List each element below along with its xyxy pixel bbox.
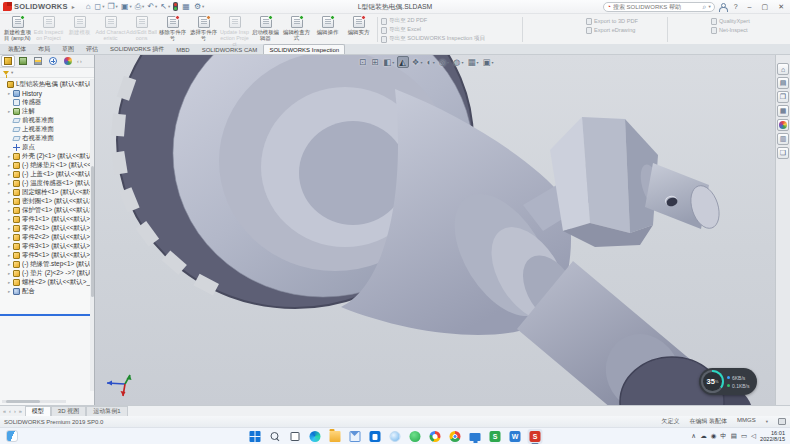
taskbar-app-button[interactable] bbox=[448, 429, 463, 444]
tree-item[interactable]: 原点 bbox=[0, 143, 94, 152]
tree-item[interactable]: ▸ (-) 上盖<1> (默认<<默认>_显示状 bbox=[0, 170, 94, 179]
taskbar-app-button[interactable] bbox=[468, 429, 483, 444]
tree-item[interactable]: ▸ 零件2<2> (默认<<默认>_显示状 bbox=[0, 233, 94, 242]
taskbar-app-button[interactable] bbox=[288, 429, 303, 444]
headsup-button[interactable]: ▦▾ bbox=[467, 56, 480, 68]
taskbar-app-button[interactable] bbox=[268, 429, 283, 444]
tree-item[interactable]: ▸ (-) 垫片 (2)<2> ->? (默认<<默认 bbox=[0, 269, 94, 278]
quick-access-button[interactable]: ↶▾ bbox=[146, 1, 158, 13]
taskbar-app-button[interactable] bbox=[308, 429, 323, 444]
task-pane-tab[interactable]: ▥ bbox=[777, 133, 789, 145]
widgets-button[interactable] bbox=[6, 430, 18, 442]
ribbon-button[interactable]: Add/Edit Balloons bbox=[126, 15, 157, 44]
tree-item[interactable]: ▸ History bbox=[0, 89, 94, 98]
tray-icon[interactable]: ∧ bbox=[691, 432, 696, 440]
document-tab[interactable]: 模型 bbox=[25, 406, 51, 416]
ribbon-button[interactable]: 启动模板编辑器 bbox=[250, 15, 281, 44]
headsup-button[interactable]: ❖▾ bbox=[411, 56, 424, 68]
ribbon-button[interactable]: 移除零件序号 bbox=[157, 15, 188, 44]
ribbon-button[interactable]: 选择零件序号 bbox=[188, 15, 219, 44]
tree-split-bar[interactable] bbox=[0, 314, 94, 316]
tree-item[interactable]: L型铠装热电偶 (默认<默认_显示状态-1 bbox=[0, 80, 94, 89]
taskbar-app-button[interactable] bbox=[388, 429, 403, 444]
tree-item[interactable]: 右视基准面 bbox=[0, 134, 94, 143]
taskbar-app-button[interactable] bbox=[328, 429, 343, 444]
tree-item[interactable]: ▸ 零件1<1> (默认<<默认>_显示状态 bbox=[0, 215, 94, 224]
ribbon-tab[interactable]: SOLIDWORKS Inspection bbox=[263, 44, 345, 54]
ribbon-button[interactable]: 新建检查项目 (amp;N) bbox=[2, 15, 33, 44]
close-button[interactable]: ✕ bbox=[775, 3, 787, 11]
headsup-button[interactable]: ⊞ bbox=[370, 56, 380, 68]
taskbar-app-button[interactable] bbox=[248, 429, 263, 444]
tree-item[interactable]: ▸ 固定螺栓<1> (默认<<默认>_显示 bbox=[0, 188, 94, 197]
tree-item[interactable]: 传感器 bbox=[0, 98, 94, 107]
tree-item[interactable]: ▸ (-) 绝缘垫片<1> (默认<<默认>_显 bbox=[0, 161, 94, 170]
headsup-button[interactable]: ◎▾ bbox=[438, 56, 450, 68]
taskbar-app-button[interactable] bbox=[408, 429, 423, 444]
ribbon-tab[interactable]: 草图 bbox=[56, 44, 80, 54]
tree-horizontal-scrollbar[interactable] bbox=[2, 400, 66, 403]
search-icon[interactable]: ⌕ bbox=[703, 3, 707, 11]
task-pane-tab[interactable]: ❐ bbox=[777, 91, 789, 103]
login-icon[interactable] bbox=[719, 2, 727, 11]
export-button[interactable]: 导出至 2D PDF bbox=[381, 17, 519, 25]
restore-button[interactable]: ▢ bbox=[759, 3, 772, 11]
tree-filter[interactable]: ▾ bbox=[0, 68, 94, 78]
tree-vertical-scrollbar[interactable] bbox=[90, 79, 94, 391]
performance-widget[interactable]: 35% 6KB/s 0.1KB/s bbox=[699, 368, 757, 395]
headsup-button[interactable]: ◍▾ bbox=[452, 56, 464, 68]
quick-access-button[interactable]: ↖▾ bbox=[159, 1, 171, 13]
graphics-viewport[interactable]: ⊡ ⊞ ◧▾ ◭ ❖▾ bbox=[95, 55, 775, 405]
ribbon-tab[interactable]: 布局 bbox=[32, 44, 56, 54]
taskbar-app-button[interactable]: W bbox=[508, 429, 523, 444]
taskbar-clock[interactable]: 16:01 2022/8/15 bbox=[760, 430, 785, 443]
task-pane-tab[interactable] bbox=[777, 119, 789, 131]
tab-scroll-arrow[interactable]: » bbox=[18, 408, 23, 414]
taskbar-app-button[interactable]: S bbox=[528, 429, 543, 444]
taskbar-app-button[interactable] bbox=[428, 429, 443, 444]
search-input[interactable] bbox=[613, 4, 701, 10]
tree-item[interactable]: ▸ 零件3<1> (默认<<默认>_显示状 bbox=[0, 242, 94, 251]
quick-access-button[interactable]: ⚙▾ bbox=[193, 1, 205, 13]
help-search-box[interactable]: ◔ ⌕ ▾ bbox=[603, 2, 715, 12]
headsup-button[interactable]: ◐▾ bbox=[425, 56, 435, 68]
ribbon-button[interactable]: 编辑操作 bbox=[312, 15, 343, 44]
tray-icon[interactable]: ☁ bbox=[700, 432, 707, 440]
headsup-button[interactable]: ◧▾ bbox=[382, 56, 395, 68]
quick-access-button[interactable]: ⎙▾ bbox=[134, 1, 146, 13]
tray-icon[interactable]: ◁ bbox=[751, 432, 756, 440]
ribbon-button[interactable]: Edit Inspection Project bbox=[33, 15, 64, 44]
task-pane-tab[interactable]: ▦ bbox=[777, 105, 789, 117]
ribbon-button[interactable]: Update Inspection Project bbox=[219, 15, 250, 44]
ribbon-button[interactable]: Add Characteristic bbox=[95, 15, 126, 44]
export-button[interactable]: 导出至 Excel bbox=[381, 26, 519, 34]
search-dropdown-arrow[interactable]: ▾ bbox=[708, 4, 710, 9]
tree-item[interactable]: ▸ 零件5<1> (默认<<默认>_显示状 bbox=[0, 251, 94, 260]
tray-icon[interactable]: ▭ bbox=[741, 432, 747, 440]
app-menu[interactable]: SOLIDWORKS ▸ bbox=[3, 2, 79, 11]
taskbar-app-button[interactable]: S bbox=[488, 429, 503, 444]
headsup-button[interactable]: ⊡ bbox=[358, 56, 368, 68]
units-dropdown-arrow[interactable]: ▾ bbox=[766, 419, 768, 424]
taskbar-app-button[interactable] bbox=[348, 429, 363, 444]
tray-icon[interactable]: ▤ bbox=[731, 432, 737, 440]
tab-scroll-arrow[interactable]: › bbox=[13, 408, 17, 414]
3d-model-thermocouple[interactable] bbox=[95, 55, 775, 405]
task-pane-tab[interactable]: ▤ bbox=[777, 77, 789, 89]
ribbon-tab[interactable]: MBD bbox=[170, 44, 195, 54]
tree-item[interactable]: ▸ 保护管<1> (默认<<默认>_显示状 bbox=[0, 206, 94, 215]
panel-tab-scroll[interactable]: ‹ › bbox=[77, 58, 82, 64]
tree-item[interactable]: 前视基准面 bbox=[0, 116, 94, 125]
document-tab[interactable]: 运动算例1 bbox=[86, 406, 127, 416]
tree-item[interactable]: ▸ (-) 绝缘管.step<1> (默认<<默认> bbox=[0, 260, 94, 269]
tab-scroll-arrow[interactable]: « bbox=[2, 408, 7, 414]
tree-item[interactable]: ▸ 配合 bbox=[0, 287, 94, 296]
headsup-button[interactable]: ▣▾ bbox=[482, 56, 495, 68]
status-tag-icon[interactable] bbox=[778, 418, 786, 425]
quick-access-button[interactable]: ▣▾ bbox=[120, 1, 133, 13]
export-button[interactable]: Net-Inspect bbox=[711, 26, 781, 34]
tree-item[interactable]: ▸ 注解 bbox=[0, 107, 94, 116]
tree-item[interactable]: ▸ 密封圈<1> (默认<<默认>_显示状 bbox=[0, 197, 94, 206]
task-pane-tab[interactable]: ❏ bbox=[777, 147, 789, 159]
tree-item[interactable]: ▸ 螺栓<2> (默认<<默认>_显示状态 bbox=[0, 278, 94, 287]
